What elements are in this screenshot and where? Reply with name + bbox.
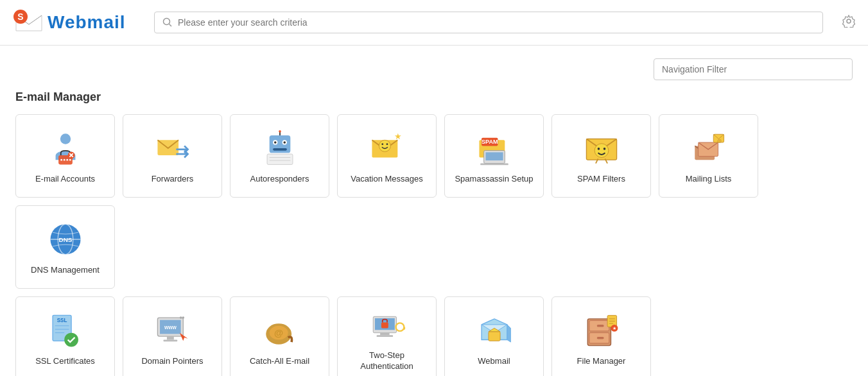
svg-point-76 xyxy=(395,323,404,331)
header: S Webmail xyxy=(0,0,868,46)
autoresponders-icon xyxy=(259,128,300,169)
svg-point-8 xyxy=(60,158,62,160)
svg-point-6 xyxy=(60,133,70,144)
spam-filters-icon xyxy=(581,128,622,169)
svg-rect-23 xyxy=(273,148,287,151)
nav-filter-area xyxy=(15,58,853,80)
card-spam-filters[interactable]: SPAM Filters xyxy=(551,114,651,198)
svg-point-43 xyxy=(603,148,605,150)
card-email-accounts[interactable]: E-mail Accounts xyxy=(15,114,115,198)
two-step-auth-icon xyxy=(367,304,408,345)
logo-text: Webmail xyxy=(48,12,126,33)
search-input[interactable] xyxy=(178,17,815,28)
svg-rect-38 xyxy=(485,152,503,160)
svg-text:@: @ xyxy=(274,328,283,338)
svg-text:www: www xyxy=(163,325,177,330)
gear-icon[interactable] xyxy=(842,15,855,28)
svg-point-11 xyxy=(69,158,71,160)
svg-rect-64 xyxy=(163,339,177,341)
card-ssl-certificates-label: SSL Certificates xyxy=(35,356,95,367)
spamassassin-setup-icon: SPAM xyxy=(474,128,515,169)
svg-marker-65 xyxy=(179,332,187,341)
svg-point-3 xyxy=(164,19,170,25)
card-forwarders[interactable]: Forwarders xyxy=(123,114,222,198)
card-mailing-lists[interactable]: @ Mailing Lists xyxy=(659,114,758,198)
card-ssl-certificates[interactable]: SSL SSL Certificates xyxy=(15,296,115,376)
svg-rect-88 xyxy=(596,324,603,327)
card-dns-management-label: DNS Management xyxy=(31,265,100,276)
card-spamassassin-setup[interactable]: SPAM Spamassassin Setup xyxy=(444,114,544,198)
vacation-messages-icon: ★ xyxy=(367,128,408,169)
svg-rect-26 xyxy=(267,154,293,164)
svg-point-67 xyxy=(182,316,184,319)
svg-point-10 xyxy=(66,158,68,160)
mailing-lists-icon: @ xyxy=(688,128,729,169)
card-mailing-lists-label: Mailing Lists xyxy=(686,174,732,185)
file-manager-icon: ★ xyxy=(581,310,622,351)
card-file-manager-label: File Manager xyxy=(577,356,626,367)
svg-rect-74 xyxy=(380,333,390,336)
catch-all-email-icon: @ xyxy=(259,310,300,351)
cards-grid-row2: SSL SSL Certificates www xyxy=(15,296,853,376)
svg-marker-82 xyxy=(507,324,510,341)
forwarders-icon xyxy=(152,128,193,169)
card-file-manager[interactable]: ★ File Manager xyxy=(551,296,651,376)
svg-point-30 xyxy=(379,140,390,151)
logo: S Webmail xyxy=(13,6,141,38)
card-two-step-auth[interactable]: Two-StepAuthentication xyxy=(337,296,437,376)
svg-point-25 xyxy=(279,130,281,132)
card-catch-all-email[interactable]: @ Catch-All E-mail xyxy=(230,296,329,376)
svg-point-41 xyxy=(595,143,609,157)
svg-point-31 xyxy=(381,143,383,145)
card-vacation-messages[interactable]: ★ Vacation Messages xyxy=(337,114,437,198)
svg-point-22 xyxy=(283,141,286,144)
search-icon xyxy=(162,17,173,28)
card-webmail-label: Webmail xyxy=(478,356,510,367)
search-bar[interactable] xyxy=(154,12,823,33)
dns-management-icon: DNS xyxy=(45,219,86,260)
svg-rect-73 xyxy=(381,322,388,328)
section-title: E-mail Manager xyxy=(15,90,853,104)
svg-point-21 xyxy=(273,141,276,144)
svg-text:★: ★ xyxy=(612,325,616,331)
svg-text:@: @ xyxy=(716,137,721,143)
svg-text:SPAM: SPAM xyxy=(482,138,498,144)
svg-text:SSL: SSL xyxy=(56,318,67,323)
card-two-step-auth-label: Two-StepAuthentication xyxy=(360,350,413,372)
settings-area[interactable] xyxy=(842,15,855,30)
svg-point-42 xyxy=(597,148,600,150)
svg-text:S: S xyxy=(17,12,23,22)
svg-rect-75 xyxy=(376,335,392,337)
svg-line-4 xyxy=(169,24,172,27)
domain-pointers-icon: www xyxy=(152,310,193,351)
svg-rect-39 xyxy=(480,163,508,165)
card-domain-pointers[interactable]: www Domain Pointers xyxy=(123,296,222,376)
card-domain-pointers-label: Domain Pointers xyxy=(141,356,203,367)
card-spam-filters-label: SPAM Filters xyxy=(577,174,625,185)
svg-point-32 xyxy=(386,143,388,145)
card-webmail[interactable]: Webmail xyxy=(444,296,544,376)
email-accounts-icon xyxy=(45,128,86,169)
card-dns-management[interactable]: DNS DNS Management xyxy=(15,205,115,289)
card-autoresponders[interactable]: Autoresponders xyxy=(230,114,329,198)
svg-point-5 xyxy=(847,19,851,23)
ssl-certificates-icon: SSL xyxy=(45,310,86,351)
card-forwarders-label: Forwarders xyxy=(152,174,194,185)
svg-text:★: ★ xyxy=(394,132,401,141)
svg-text:DNS: DNS xyxy=(58,235,72,243)
logo-icon: S xyxy=(13,6,45,38)
card-vacation-messages-label: Vacation Messages xyxy=(351,174,423,185)
main-content: E-mail Manager xyxy=(0,46,868,376)
nav-filter-input[interactable] xyxy=(654,58,853,80)
svg-rect-89 xyxy=(596,337,603,339)
svg-point-66 xyxy=(179,316,182,319)
svg-rect-63 xyxy=(166,336,173,339)
card-catch-all-email-label: Catch-All E-mail xyxy=(250,356,309,367)
svg-rect-83 xyxy=(488,331,499,341)
card-spamassassin-label: Spamassassin Setup xyxy=(455,174,533,185)
svg-point-9 xyxy=(63,158,65,160)
svg-point-59 xyxy=(64,332,78,346)
webmail-icon xyxy=(474,310,515,351)
card-email-accounts-label: E-mail Accounts xyxy=(35,174,95,185)
cards-grid-row1: E-mail Accounts Forwarders xyxy=(15,114,853,289)
